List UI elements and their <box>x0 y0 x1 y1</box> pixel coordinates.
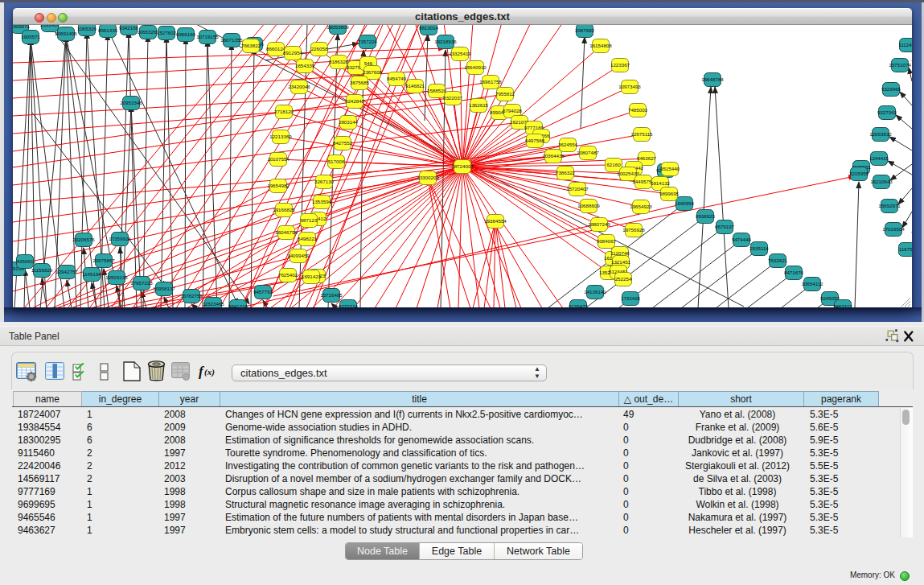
svg-text:7485003: 7485003 <box>628 107 648 113</box>
svg-text:1691423: 1691423 <box>302 274 322 279</box>
svg-text:10654112: 10654112 <box>801 281 823 286</box>
svg-text:7955812: 7955812 <box>495 91 515 97</box>
svg-text:20206576: 20206576 <box>72 237 95 242</box>
svg-text:6497568: 6497568 <box>525 138 545 143</box>
svg-text:2087682: 2087682 <box>575 27 595 33</box>
svg-text:14099459: 14099459 <box>287 253 310 258</box>
svg-text:17957223: 17957223 <box>130 280 153 286</box>
svg-text:252254: 252254 <box>615 276 632 282</box>
svg-text:8561435: 8561435 <box>98 27 118 33</box>
svg-text:1145194: 1145194 <box>82 271 101 277</box>
svg-text:16782759: 16782759 <box>180 293 203 299</box>
svg-text:19166825: 19166825 <box>273 207 295 212</box>
svg-text:15720407: 15720407 <box>566 186 589 192</box>
svg-text:15751074: 15751074 <box>889 62 911 68</box>
svg-text:12213369: 12213369 <box>269 134 292 139</box>
svg-text:19756928: 19756928 <box>622 227 645 233</box>
svg-text:13325419: 13325419 <box>449 51 471 56</box>
svg-text:9515440: 9515440 <box>660 166 680 171</box>
svg-text:6679197: 6679197 <box>715 224 735 229</box>
svg-text:15692971: 15692971 <box>878 203 901 208</box>
svg-text:435061: 435061 <box>17 258 34 264</box>
svg-text:5814132: 5814132 <box>651 180 671 186</box>
svg-text:9329966: 9329966 <box>881 86 901 92</box>
svg-text:16210643: 16210643 <box>870 179 893 184</box>
svg-text:226058: 226058 <box>311 46 328 51</box>
svg-text:116753: 116753 <box>899 246 912 252</box>
svg-text:7357224: 7357224 <box>358 39 378 44</box>
svg-text:2935114: 2935114 <box>749 245 769 251</box>
svg-text:1321451: 1321451 <box>611 259 631 265</box>
svg-text:62160: 62160 <box>606 162 621 167</box>
svg-text:9474444: 9474444 <box>732 237 752 242</box>
svg-text:7632621: 7632621 <box>768 257 788 263</box>
svg-text:(x): (x) <box>204 367 215 377</box>
svg-text:2367608: 2367608 <box>363 69 383 75</box>
svg-text:16648784: 16648784 <box>701 76 724 82</box>
svg-text:12093832: 12093832 <box>869 131 892 137</box>
svg-text:20953346: 20953346 <box>120 100 142 105</box>
svg-text:20364436: 20364436 <box>542 153 565 159</box>
svg-text:9342156: 9342156 <box>119 25 139 31</box>
svg-text:887123: 887123 <box>301 217 318 223</box>
svg-text:8471676: 8471676 <box>784 270 804 275</box>
svg-text:19654923: 19654923 <box>630 204 652 209</box>
svg-text:6966160: 6966160 <box>176 31 196 37</box>
svg-text:8912954: 8912954 <box>283 50 303 56</box>
svg-text:16671355: 16671355 <box>220 37 243 43</box>
svg-text:1353594: 1353594 <box>312 199 332 204</box>
svg-text:16961758: 16961758 <box>479 79 502 84</box>
svg-text:12323465: 12323465 <box>202 301 224 307</box>
svg-text:8186328: 8186328 <box>329 59 349 64</box>
svg-text:19384554: 19384554 <box>484 218 507 224</box>
svg-text:12942757: 12942757 <box>55 269 78 274</box>
svg-text:10719155: 10719155 <box>196 34 219 39</box>
svg-text:16053809: 16053809 <box>326 25 349 30</box>
svg-text:9899695: 9899695 <box>659 191 680 196</box>
svg-text:5498221: 5498221 <box>298 236 318 241</box>
svg-text:1527602: 1527602 <box>157 30 177 35</box>
svg-text:1905571: 1905571 <box>21 34 41 39</box>
svg-text:10958137: 10958137 <box>153 286 175 291</box>
svg-text:9084067: 9084067 <box>597 238 617 244</box>
svg-text:23300203: 23300203 <box>417 175 439 180</box>
svg-text:9227343: 9227343 <box>877 109 897 115</box>
svg-text:16046756: 16046756 <box>275 229 298 235</box>
svg-text:1640954: 1640954 <box>675 200 695 206</box>
svg-text:19654982: 19654982 <box>267 183 290 188</box>
svg-text:18724007: 18724007 <box>451 163 474 169</box>
svg-text:8427552: 8427552 <box>333 140 353 146</box>
svg-text:16154808: 16154808 <box>589 43 612 48</box>
svg-text:3675685: 3675685 <box>350 80 370 85</box>
svg-text:10688609: 10688609 <box>577 203 600 208</box>
svg-text:12975115: 12975115 <box>630 131 653 137</box>
svg-text:10973493: 10973493 <box>618 84 641 89</box>
svg-text:1244415: 1244415 <box>869 155 889 161</box>
svg-text:7625402: 7625402 <box>278 272 298 278</box>
svg-text:1654339: 1654339 <box>295 63 315 68</box>
svg-text:11156829: 11156829 <box>31 267 53 273</box>
svg-text:6794028: 6794028 <box>503 108 523 113</box>
svg-text:3267130: 3267130 <box>314 179 335 184</box>
svg-text:8454749: 8454749 <box>387 76 407 81</box>
svg-text:8322037: 8322037 <box>443 95 463 101</box>
svg-text:17359924: 17359924 <box>109 236 131 241</box>
svg-text:10107554: 10107554 <box>267 156 290 162</box>
svg-text:7663822: 7663822 <box>241 43 261 48</box>
svg-text:15716485: 15716485 <box>320 292 343 298</box>
svg-text:14136141: 14136141 <box>584 289 606 295</box>
svg-text:2803144: 2803144 <box>339 119 359 125</box>
svg-text:20691406: 20691406 <box>55 31 77 36</box>
svg-text:8938923: 8938923 <box>696 213 716 219</box>
svg-text:15640910: 15640910 <box>464 64 487 70</box>
svg-text:9463627: 9463627 <box>637 155 657 161</box>
svg-text:20975867: 20975867 <box>92 257 115 263</box>
svg-text:7386322: 7386322 <box>556 170 576 175</box>
svg-text:2718120: 2718120 <box>274 109 294 114</box>
svg-text:517006: 517006 <box>328 159 345 164</box>
svg-text:17016504: 17016504 <box>882 226 905 232</box>
svg-text:1112455: 1112455 <box>898 42 912 47</box>
svg-text:1362615: 1362615 <box>469 102 489 108</box>
svg-text:9457791: 9457791 <box>253 289 273 295</box>
svg-text:8813014: 8813014 <box>419 25 439 31</box>
